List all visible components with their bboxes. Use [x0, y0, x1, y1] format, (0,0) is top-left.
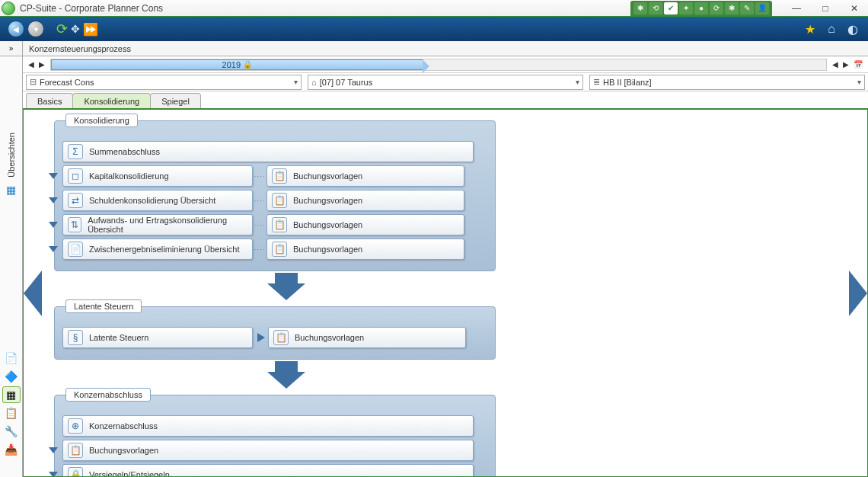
- card-schuldenkons[interactable]: ⇄ Schuldenkonsolidierung Übersicht: [62, 190, 253, 211]
- dataset-value: Forecast Cons: [40, 78, 94, 87]
- connector-icon: [49, 246, 58, 252]
- card-label: Buchungsvorlagen: [293, 245, 362, 254]
- next-step-arrow[interactable]: [849, 271, 867, 316]
- dots-icon: ∙∙∙∙: [253, 197, 266, 205]
- expand-icon[interactable]: ✥: [71, 23, 80, 35]
- module-icon-1[interactable]: ✱: [633, 2, 647, 14]
- timeline-next[interactable]: ◀: [830, 59, 841, 71]
- card-versiegeln[interactable]: 🔒 Versiegeln/Entsiegeln: [62, 464, 474, 477]
- bottom-icon-5[interactable]: 🔧: [2, 423, 21, 440]
- card-latent-buchung[interactable]: 📋 Buchungsvorlagen: [268, 327, 466, 348]
- connector-icon: [49, 472, 58, 477]
- timeline-segment[interactable]: 2019 🔒: [51, 59, 423, 70]
- dataset-combo[interactable]: ⊟ Forecast Cons: [26, 75, 302, 90]
- card-summenabschluss[interactable]: Σ Summenabschluss: [62, 141, 474, 162]
- list-icon: 📋: [272, 242, 287, 257]
- bottom-icon-6[interactable]: 📥: [2, 441, 21, 458]
- sidebar-label[interactable]: Übersichten: [7, 133, 16, 178]
- dots-icon: ∙∙∙∙: [253, 172, 266, 181]
- list-icon: 📋: [272, 217, 287, 232]
- dots-icon: ∙∙∙∙: [253, 245, 266, 254]
- timeline-next2[interactable]: ▶: [841, 59, 851, 71]
- selector-bar: ⊟ Forecast Cons ⌂ [07] 07 Taurus ≣ HB II…: [23, 73, 868, 91]
- forward-button[interactable]: ▾: [27, 21, 44, 37]
- close-button[interactable]: ✕: [845, 3, 863, 14]
- prev-step-arrow[interactable]: [24, 271, 42, 316]
- diagram-area: Konsolidierung Σ Summenabschluss ◻ Kapit…: [23, 108, 868, 477]
- help-icon[interactable]: ◐: [845, 21, 860, 37]
- skip-icon[interactable]: ⏩: [83, 22, 98, 37]
- down-arrow-1: [267, 283, 305, 300]
- card-label: Buchungsvorlagen: [293, 196, 362, 205]
- tab-konsolidierung[interactable]: Konsolidierung: [72, 93, 151, 108]
- company-value: [07] 07 Taurus: [320, 78, 373, 87]
- module-icon-8[interactable]: ✎: [740, 2, 754, 14]
- card-label: Schuldenkonsolidierung Übersicht: [89, 196, 215, 205]
- view-value: HB II [Bilanz]: [603, 78, 652, 87]
- back-button[interactable]: ◀: [8, 21, 24, 37]
- maximize-button[interactable]: □: [816, 3, 834, 14]
- down-arrow-2: [267, 372, 305, 389]
- group-title-konzern: Konzernabschluss: [65, 388, 151, 402]
- module-icon-6[interactable]: ⟳: [710, 2, 723, 14]
- sum-icon: Σ: [68, 144, 83, 159]
- bottom-icon-3[interactable]: ▦: [2, 386, 21, 403]
- timeline-prev[interactable]: ▶: [37, 59, 47, 71]
- app-title: CP-Suite - Corporate Planner Cons: [20, 3, 163, 14]
- view-combo[interactable]: ≣ HB II [Bilanz]: [589, 75, 865, 90]
- card-label: Summenabschluss: [89, 147, 160, 156]
- card-label: Buchungsvorlagen: [293, 220, 362, 229]
- card-konzernabschluss[interactable]: ⊕ Konzernabschluss: [62, 415, 474, 437]
- timeline-calendar-icon[interactable]: 📅: [851, 59, 865, 71]
- timeline-prev2[interactable]: ◀: [26, 59, 37, 71]
- card-label: Buchungsvorlagen: [89, 446, 158, 455]
- list-icon: 📋: [272, 193, 287, 208]
- tab-spiegel[interactable]: Spiegel: [150, 93, 201, 108]
- timeline-track[interactable]: 2019 🔒: [50, 59, 827, 71]
- star-icon[interactable]: ★: [803, 21, 818, 37]
- bottom-icon-1[interactable]: 📄: [2, 350, 21, 367]
- card-zwischenergebnis[interactable]: 📄 Zwischenergebniseliminierung Übersicht: [62, 238, 253, 260]
- timeline-year: 2019: [222, 60, 241, 69]
- view-icon: ≣: [593, 77, 600, 87]
- card-aufwand[interactable]: ⇅ Aufwands- und Ertragskonsolidierung Üb…: [62, 214, 253, 235]
- card-buchung-2[interactable]: 📋 Buchungsvorlagen: [266, 190, 464, 211]
- card-latent[interactable]: § Latente Steuern: [62, 327, 253, 348]
- module-icon-7[interactable]: ✱: [725, 2, 739, 14]
- arrows-icon: ⇄: [68, 193, 83, 208]
- connector-icon: [49, 197, 58, 203]
- home-icon[interactable]: ⌂: [824, 21, 839, 37]
- module-icon-3[interactable]: ✔: [664, 2, 678, 14]
- connector-icon: [49, 447, 58, 453]
- card-label: Kapitalkonsolidierung: [89, 171, 169, 181]
- lock-icon: 🔒: [243, 60, 252, 69]
- group-title-konsolidierung: Konsolidierung: [65, 114, 138, 127]
- titlebar: CP-Suite - Corporate Planner Cons ✱ ⟲ ✔ …: [0, 0, 868, 17]
- tab-basics[interactable]: Basics: [26, 93, 73, 108]
- card-buchung-3[interactable]: 📋 Buchungsvorlagen: [266, 214, 464, 235]
- module-tray: ✱ ⟲ ✔ ✦ ● ⟳ ✱ ✎ 👤: [630, 1, 772, 16]
- bottom-icon-4[interactable]: 📋: [2, 405, 21, 421]
- navbar: ◀ ▾ ⟳ ✥ ⏩ ★ ⌂ ◐: [0, 17, 868, 41]
- list-icon: 📋: [68, 443, 83, 458]
- company-combo[interactable]: ⌂ [07] 07 Taurus: [308, 75, 583, 90]
- module-icon-5[interactable]: ●: [694, 2, 708, 14]
- list-icon: 📋: [273, 330, 289, 345]
- module-icon-2[interactable]: ⟲: [649, 2, 662, 14]
- minimize-button[interactable]: —: [787, 3, 806, 14]
- left-panel-toggle[interactable]: »: [0, 41, 23, 56]
- timeline-bar: ◀ ▶ 2019 🔒 ◀ ▶ 📅: [23, 56, 868, 73]
- refresh-icon[interactable]: ⟳: [56, 21, 68, 37]
- module-icon-9[interactable]: 👤: [755, 2, 769, 14]
- card-kapitalkons[interactable]: ◻ Kapitalkonsolidierung: [62, 165, 253, 187]
- module-icon-4[interactable]: ✦: [679, 2, 693, 14]
- group-konsolidierung: Konsolidierung Σ Summenabschluss ◻ Kapit…: [54, 120, 496, 271]
- rail-icon-1[interactable]: ▦: [4, 182, 19, 197]
- building-icon: ⌂: [311, 78, 317, 87]
- group-latent: Latente Steuern § Latente Steuern 📋 Buch…: [54, 306, 496, 360]
- card-buchung-1[interactable]: 📋 Buchungsvorlagen: [266, 165, 464, 187]
- bottom-icon-2[interactable]: 🔷: [2, 368, 21, 385]
- tab-bar: Basics Konsolidierung Spiegel: [23, 91, 868, 108]
- card-buchung-4[interactable]: 📋 Buchungsvorlagen: [266, 238, 464, 260]
- card-konzern-buchung[interactable]: 📋 Buchungsvorlagen: [62, 440, 474, 461]
